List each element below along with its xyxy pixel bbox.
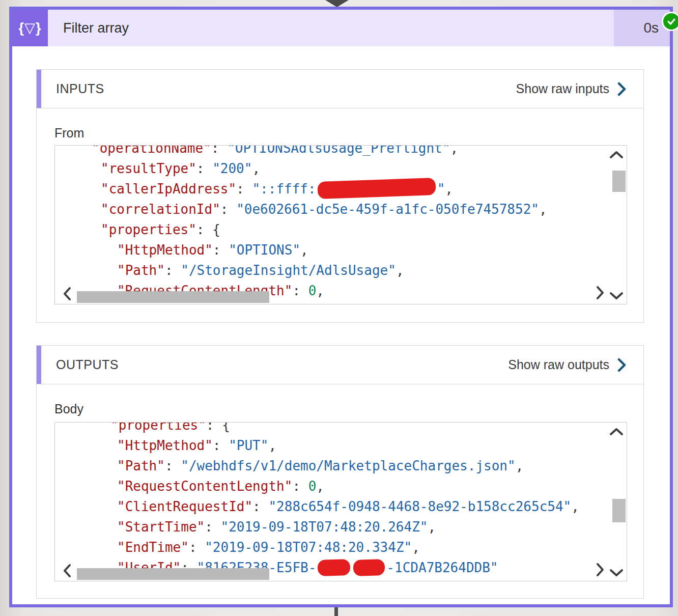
- outputs-code-viewer[interactable]: "properties": {"HttpMethod": "PUT","Path…: [54, 422, 627, 581]
- chevron-right-icon: [617, 358, 626, 372]
- show-raw-outputs-label: Show raw outputs: [508, 357, 609, 372]
- scroll-down-icon[interactable]: [609, 292, 624, 300]
- inputs-section: INPUTS Show raw inputs From "operationNa…: [36, 69, 644, 323]
- horizontal-scrollbar-thumb[interactable]: [77, 291, 269, 303]
- filter-array-icon: {▽}: [12, 10, 48, 46]
- scroll-right-icon[interactable]: [596, 286, 604, 300]
- scroll-left-icon[interactable]: [63, 564, 71, 578]
- flow-connector-arrow-top: [324, 0, 350, 7]
- inputs-from-label: From: [54, 126, 643, 141]
- inputs-section-label: INPUTS: [56, 81, 516, 96]
- action-duration-badge: 0s: [614, 10, 670, 46]
- chevron-right-icon: [617, 82, 626, 96]
- redaction-mark: [353, 559, 385, 576]
- action-card-filter-array: {▽} Filter array 0s INPUTS Show raw inpu…: [9, 7, 673, 607]
- show-raw-inputs-label: Show raw inputs: [516, 81, 609, 96]
- scroll-up-icon[interactable]: [609, 428, 624, 436]
- inputs-code-viewer[interactable]: "operationName": "OPTIONSAdlsUsage_Prefl…: [54, 145, 627, 304]
- inputs-section-header: INPUTS Show raw inputs: [37, 70, 643, 108]
- outputs-code-content: "properties": {"HttpMethod": "PUT","Path…: [55, 422, 627, 578]
- show-raw-outputs-link[interactable]: Show raw outputs: [508, 357, 626, 372]
- flow-connector-line-bottom: [334, 607, 338, 616]
- outputs-section-label: OUTPUTS: [56, 357, 508, 372]
- inputs-accent-bar: [37, 70, 41, 108]
- inputs-code-content: "operationName": "OPTIONSAdlsUsage_Prefl…: [55, 145, 627, 301]
- outputs-section-header: OUTPUTS Show raw outputs: [37, 346, 643, 384]
- action-title-bar[interactable]: Filter array: [48, 10, 614, 46]
- redaction-mark: [318, 559, 351, 576]
- vertical-scrollbar-thumb[interactable]: [612, 499, 626, 522]
- vertical-scrollbar-thumb[interactable]: [612, 171, 626, 192]
- scroll-up-icon[interactable]: [609, 151, 624, 159]
- outputs-section: OUTPUTS Show raw outputs Body "propertie…: [36, 345, 644, 599]
- status-success-badge: [662, 12, 678, 31]
- scroll-down-icon[interactable]: [609, 569, 624, 577]
- show-raw-inputs-link[interactable]: Show raw inputs: [516, 81, 626, 96]
- action-header[interactable]: {▽} Filter array 0s: [12, 10, 670, 46]
- horizontal-scrollbar-thumb[interactable]: [77, 568, 269, 580]
- redaction-mark: [317, 178, 436, 199]
- duration-value: 0s: [643, 20, 659, 36]
- outputs-accent-bar: [37, 346, 41, 384]
- scroll-right-icon[interactable]: [596, 563, 604, 577]
- filter-glyph: {▽}: [19, 20, 42, 36]
- outputs-body-label: Body: [54, 402, 643, 416]
- check-icon: [666, 16, 676, 26]
- scroll-left-icon[interactable]: [63, 287, 71, 301]
- action-title: Filter array: [63, 20, 129, 36]
